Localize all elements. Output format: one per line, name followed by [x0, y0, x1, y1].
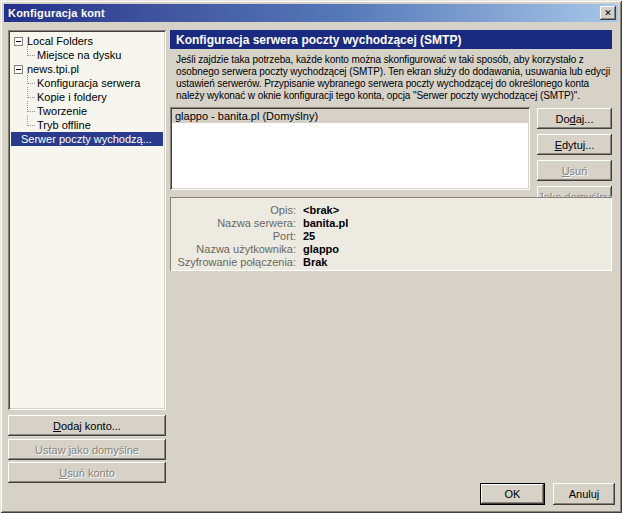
tree-item-miejsce-na-dysku[interactable]: Miejsce na dysku [11, 48, 163, 62]
smtp-description-text: Jeśli zajdzie taka potrzeba, każde konto… [176, 54, 612, 102]
tree-item-label: Local Folders [27, 35, 93, 47]
remove-server-button[interactable]: Usuń [537, 160, 612, 181]
page-title: Konfiguracja serwera poczty wychodzącej … [170, 30, 612, 49]
smtp-server-list-item[interactable]: glappo - banita.pl (Domyślny) [172, 109, 528, 123]
collapse-icon[interactable] [14, 65, 23, 74]
tree-item-label: Tryb offline [37, 119, 91, 131]
account-settings-dialog: Konfiguracja kont ✕ Local Folders Miejsc… [0, 0, 622, 513]
server-details-panel: Opis: <brak> Nazwa serwera: banita.pl Po… [170, 197, 612, 271]
tree-item-tryb-offline[interactable]: Tryb offline [11, 118, 163, 132]
tree-item-label: Serwer poczty wychodzą... [21, 133, 152, 145]
detail-label: Opis: [170, 204, 296, 217]
detail-label: Szyfrowanie połączenia: [170, 256, 296, 269]
titlebar[interactable]: Konfiguracja kont ✕ [4, 4, 618, 22]
close-icon[interactable]: ✕ [600, 6, 616, 20]
add-server-button[interactable]: Dodaj... [537, 108, 612, 129]
detail-label: Port: [170, 230, 296, 243]
detail-value: glappo [303, 243, 339, 256]
smtp-server-list[interactable]: glappo - banita.pl (Domyślny) [170, 107, 530, 190]
add-account-button[interactable]: Dodaj konto... [8, 415, 166, 436]
edit-server-button[interactable]: Edytuj... [537, 134, 612, 155]
cancel-button[interactable]: Anuluj [553, 483, 615, 505]
tree-item-label: Konfiguracja serwera [37, 77, 140, 89]
ok-button[interactable]: OK [480, 483, 545, 505]
detail-row-description: Opis: <brak> [170, 204, 612, 217]
detail-label: Nazwa użytkownika: [170, 243, 296, 256]
detail-row-server-name: Nazwa serwera: banita.pl [170, 217, 612, 230]
window-title: Konfiguracja kont [8, 7, 105, 19]
account-tree[interactable]: Local Folders Miejsce na dysku news.tpi.… [8, 30, 166, 410]
tree-item-label: Miejsce na dysku [37, 49, 121, 61]
tree-item-label: Tworzenie [37, 105, 87, 117]
detail-row-encryption: Szyfrowanie połączenia: Brak [170, 256, 612, 269]
detail-value: <brak> [303, 204, 339, 217]
detail-row-username: Nazwa użytkownika: glappo [170, 243, 612, 256]
tree-item-serwer-poczty-wychodzacej[interactable]: Serwer poczty wychodzą... [11, 132, 163, 146]
set-default-account-button[interactable]: Ustaw jako domyślne [8, 439, 166, 460]
detail-value: 25 [303, 230, 315, 243]
detail-value: Brak [303, 256, 327, 269]
detail-row-port: Port: 25 [170, 230, 612, 243]
remove-account-button[interactable]: Usuń konto [8, 462, 166, 483]
detail-label: Nazwa serwera: [170, 217, 296, 230]
collapse-icon[interactable] [14, 37, 23, 46]
tree-item-label: Kopie i foldery [37, 91, 107, 103]
detail-value: banita.pl [303, 217, 348, 230]
